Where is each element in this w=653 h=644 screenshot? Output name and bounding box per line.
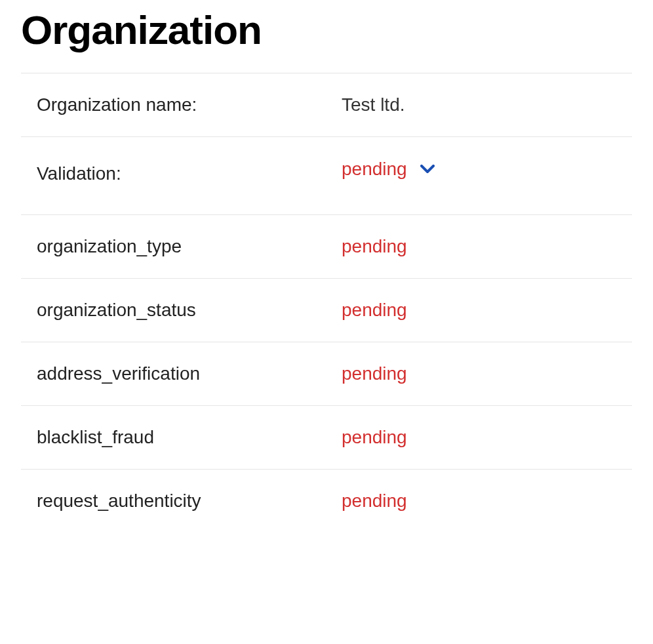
check-label: organization_status <box>37 300 342 321</box>
check-label: request_authenticity <box>37 491 342 512</box>
validation-value: pending <box>342 159 407 180</box>
check-label: address_verification <box>37 363 342 384</box>
organization-name-value: Test ltd. <box>342 94 405 115</box>
check-label: organization_type <box>37 236 342 257</box>
validation-label: Validation: <box>37 163 342 184</box>
check-label: blacklist_fraud <box>37 427 342 448</box>
organization-name-label: Organization name: <box>37 94 342 115</box>
check-row-organization-status: organization_status pending <box>21 278 632 342</box>
validation-row: Validation: pending <box>21 136 632 214</box>
check-row-request-authenticity: request_authenticity pending <box>21 469 632 533</box>
check-row-address-verification: address_verification pending <box>21 342 632 405</box>
check-row-organization-type: organization_type pending <box>21 214 632 278</box>
check-status: pending <box>342 363 407 384</box>
check-row-blacklist-fraud: blacklist_fraud pending <box>21 405 632 469</box>
organization-section: Organization Organization name: Test ltd… <box>0 7 653 533</box>
check-status: pending <box>342 491 407 512</box>
organization-name-row: Organization name: Test ltd. <box>21 73 632 136</box>
check-status: pending <box>342 300 407 321</box>
check-status: pending <box>342 236 407 257</box>
page-title: Organization <box>21 7 632 53</box>
check-status: pending <box>342 427 407 448</box>
validation-dropdown[interactable]: pending <box>342 159 435 180</box>
chevron-down-icon <box>420 165 435 174</box>
